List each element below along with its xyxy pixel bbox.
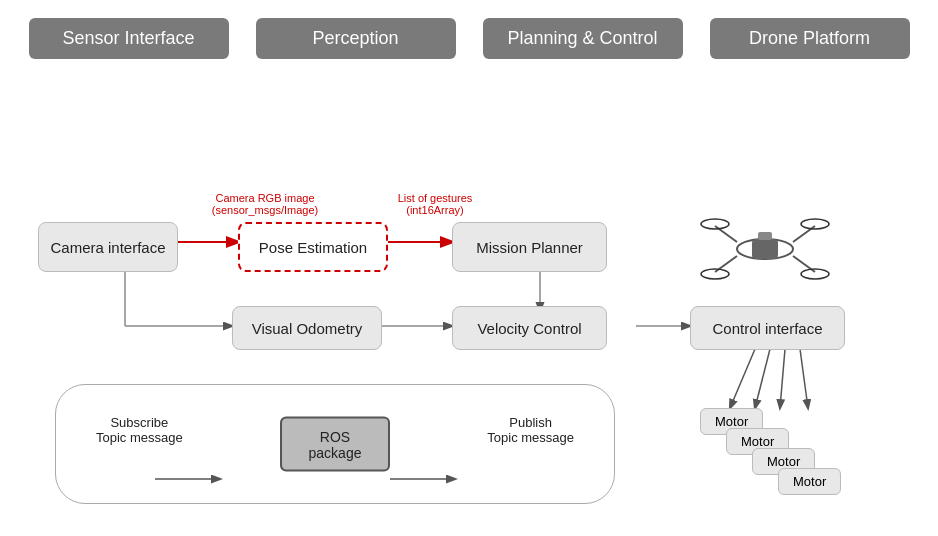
svg-line-7 xyxy=(730,349,755,408)
svg-line-8 xyxy=(755,349,770,408)
header-perception: Perception xyxy=(256,18,456,59)
svg-point-20 xyxy=(701,269,729,279)
svg-point-18 xyxy=(701,219,729,229)
svg-rect-23 xyxy=(758,232,772,240)
ros-subscribe-label: SubscribeTopic message xyxy=(96,415,183,445)
header-sensor-interface: Sensor Interface xyxy=(29,18,229,59)
ros-package-box: ROSpackage xyxy=(280,417,390,472)
diagram: Camera RGB image(sensor_msgs/Image) List… xyxy=(0,74,938,494)
mission-planner-node: Mission Planner xyxy=(452,222,607,272)
annotation-list-gestures: List of gestures(int16Array) xyxy=(375,192,495,216)
svg-point-21 xyxy=(801,269,829,279)
svg-rect-22 xyxy=(752,239,778,259)
visual-odometry-node: Visual Odometry xyxy=(232,306,382,350)
control-interface-node: Control interface xyxy=(690,306,845,350)
header-planning-control: Planning & Control xyxy=(483,18,683,59)
drone-image xyxy=(700,204,830,304)
camera-interface-node: Camera interface xyxy=(38,222,178,272)
motor-4-box: Motor xyxy=(778,468,841,495)
header-drone-platform: Drone Platform xyxy=(710,18,910,59)
svg-line-9 xyxy=(780,349,785,408)
svg-line-10 xyxy=(800,349,808,408)
svg-point-19 xyxy=(801,219,829,229)
pose-estimation-node: Pose Estimation xyxy=(238,222,388,272)
ros-container: SubscribeTopic message PublishTopic mess… xyxy=(55,384,615,504)
velocity-control-node: Velocity Control xyxy=(452,306,607,350)
ros-publish-label: PublishTopic message xyxy=(487,415,574,445)
annotation-camera-rgb: Camera RGB image(sensor_msgs/Image) xyxy=(200,192,330,216)
header-row: Sensor Interface Perception Planning & C… xyxy=(0,0,938,69)
